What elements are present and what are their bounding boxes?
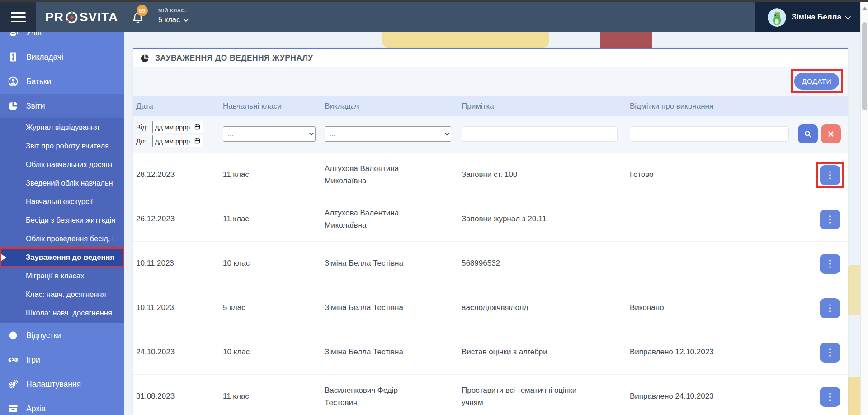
table-row: 31.08.2023 11 клас Василенкович Федір Те… bbox=[133, 374, 848, 415]
date-to-input[interactable]: дд.мм.рррр bbox=[152, 135, 203, 147]
kebab-dots-icon bbox=[829, 348, 831, 350]
table-row: 26.12.2023 11 клас Алтухова Валентина Ми… bbox=[133, 197, 848, 241]
page-scrollbar[interactable] bbox=[860, 2, 868, 415]
column-header-marks: Відмітки про виконання bbox=[630, 100, 779, 112]
teacher-filter-select[interactable]: ... bbox=[325, 126, 451, 142]
cell-mark: Виправлено 12.10.2023 bbox=[630, 346, 779, 358]
hamburger-icon bbox=[11, 12, 26, 14]
submenu-item[interactable]: Облік навчальних досягн bbox=[0, 155, 124, 174]
cell-mark: Виконано bbox=[630, 302, 779, 314]
cell-classes: 10 клас bbox=[223, 346, 325, 358]
pie-chart-icon bbox=[8, 100, 19, 111]
sidebar-item[interactable]: Налаштування bbox=[0, 372, 124, 396]
cell-teacher: Алтухова Валентина Миколаївна bbox=[325, 207, 462, 231]
cell-mark: Виправлено 24.10.2023 bbox=[630, 391, 779, 402]
submenu-item-label: Зведений облік навчальн bbox=[26, 179, 113, 187]
page-title-row: ЗАУВАЖЕННЯ ДО ВЕДЕННЯ ЖУРНАЛУ bbox=[133, 49, 848, 67]
my-class-label: МІЙ КЛАС: bbox=[158, 8, 187, 13]
submenu-item[interactable]: Зауваження до ведення bbox=[0, 248, 124, 267]
circle-icon bbox=[8, 330, 19, 341]
row-actions-wrap bbox=[820, 387, 840, 407]
menu-toggle-button[interactable] bbox=[0, 2, 36, 32]
kebab-dots-icon bbox=[829, 393, 831, 395]
content-card: ЗАУВАЖЕННЯ ДО ВЕДЕННЯ ЖУРНАЛУ ДОДАТИ Дат… bbox=[133, 48, 848, 415]
submenu-item-label: Бесіди з безпеки життєдія bbox=[26, 216, 115, 224]
page-title: ЗАУВАЖЕННЯ ДО ВЕДЕННЯ ЖУРНАЛУ bbox=[155, 53, 313, 63]
reports-submenu: Журнал відвідування Звіт про роботу вчит… bbox=[0, 118, 124, 323]
sidebar-item-label: Учні bbox=[26, 32, 42, 38]
submenu-item[interactable]: Клас: навч. досягнення bbox=[0, 285, 124, 304]
submenu-item[interactable]: Облік проведення бесід, і bbox=[0, 229, 124, 248]
submenu-item-label: Облік навчальних досягн bbox=[26, 160, 112, 168]
kebab-dots-icon bbox=[829, 260, 831, 262]
cell-date: 24.10.2023 bbox=[136, 346, 223, 358]
pie-chart-icon bbox=[140, 53, 150, 63]
background-illustration bbox=[848, 265, 860, 315]
kebab-dots-icon bbox=[829, 171, 831, 173]
sidebar-item[interactable]: Батьки bbox=[0, 69, 124, 94]
row-actions-button[interactable] bbox=[820, 254, 840, 274]
submenu-item[interactable]: Журнал відвідування bbox=[0, 118, 124, 137]
my-class-selector[interactable]: МІЙ КЛАС: 5 клас bbox=[158, 8, 187, 24]
cell-date: 31.08.2023 bbox=[136, 391, 223, 402]
row-actions-wrap bbox=[820, 165, 840, 185]
sidebar-item[interactable]: Звіти bbox=[0, 94, 124, 118]
sidebar-item-label: Ігри bbox=[26, 355, 40, 365]
column-header-classes: Навчальні класи bbox=[223, 100, 325, 112]
row-actions-button[interactable] bbox=[820, 343, 840, 363]
submenu-item[interactable]: Школа: навч. досягнення bbox=[0, 304, 124, 322]
submenu-item-label: Школа: навч. досягнення bbox=[26, 309, 112, 317]
calendar-icon[interactable] bbox=[194, 138, 201, 144]
sidebar-item[interactable]: Викладачі bbox=[0, 45, 124, 69]
cell-note: 568996532 bbox=[462, 258, 630, 269]
table-row: 10.11.2023 5 клас Зіміна Белла Тестівна … bbox=[133, 286, 848, 330]
row-actions-button[interactable] bbox=[820, 210, 840, 229]
scrollbar-thumb[interactable] bbox=[862, 22, 867, 110]
add-button[interactable]: ДОДАТИ bbox=[794, 73, 839, 90]
submenu-item[interactable]: Міграції в класах bbox=[0, 267, 124, 285]
search-button[interactable] bbox=[798, 124, 818, 143]
sidebar-item[interactable]: Відпустки bbox=[0, 323, 124, 348]
submenu-item[interactable]: Бесіди з безпеки життєдія bbox=[0, 211, 124, 229]
my-class-value: 5 клас bbox=[158, 15, 180, 24]
submenu-item[interactable]: Звіт про роботу вчителя bbox=[0, 137, 124, 155]
table-body: 28.12.2023 11 клас Алтухова Валентина Ми… bbox=[133, 153, 848, 415]
sidebar-item[interactable]: Учні bbox=[0, 32, 124, 45]
mark-filter-input[interactable] bbox=[630, 126, 789, 142]
sidebar: Учні Викладачі Батьки Звіти Журнал відві… bbox=[0, 32, 124, 415]
background-illustration bbox=[382, 32, 549, 48]
column-header-date: Дата bbox=[136, 100, 223, 112]
background-illustration bbox=[846, 377, 860, 415]
calendar-icon[interactable] bbox=[194, 124, 201, 130]
sidebar-item[interactable]: Ігри bbox=[0, 348, 124, 372]
cell-note: Заповни ст. 100 bbox=[462, 169, 630, 181]
cell-classes: 11 клас bbox=[223, 169, 325, 181]
scrollbar-up-arrow-icon[interactable] bbox=[863, 7, 867, 10]
x-clear-icon bbox=[826, 129, 835, 138]
kebab-dots-icon bbox=[829, 215, 831, 217]
id-badge-icon bbox=[8, 52, 19, 62]
row-actions-button[interactable] bbox=[820, 387, 840, 407]
note-filter-input[interactable] bbox=[462, 126, 618, 142]
row-actions-button[interactable] bbox=[820, 298, 840, 318]
clear-filters-button[interactable] bbox=[821, 124, 841, 143]
logo-text-left: PR bbox=[45, 10, 64, 24]
notifications-button[interactable]: 59 bbox=[130, 2, 154, 32]
class-filter-select[interactable]: ... bbox=[223, 126, 316, 142]
cell-date: 28.12.2023 bbox=[136, 169, 223, 181]
sidebar-item-label: Налаштування bbox=[26, 380, 81, 389]
logo[interactable]: PR SVITA bbox=[45, 2, 118, 32]
submenu-item-label: Навчальні екскурсії bbox=[26, 197, 93, 205]
cell-note: Заповни журнал з 20.11 bbox=[462, 213, 630, 225]
sidebar-item[interactable]: Архів bbox=[0, 396, 124, 415]
date-from-input[interactable]: дд.мм.рррр bbox=[152, 121, 203, 133]
kebab-dots-icon bbox=[829, 304, 831, 306]
submenu-item[interactable]: Навчальні екскурсії bbox=[0, 192, 124, 211]
user-menu[interactable]: Зіміна Белла bbox=[755, 2, 860, 32]
parents-icon bbox=[8, 76, 19, 87]
row-actions-wrap bbox=[820, 254, 840, 274]
row-actions-button[interactable] bbox=[820, 165, 840, 185]
submenu-item[interactable]: Зведений облік навчальн bbox=[0, 174, 124, 192]
cell-teacher: Василенкович Федір Тестович bbox=[325, 385, 462, 409]
column-header-teacher: Викладач bbox=[325, 100, 462, 112]
